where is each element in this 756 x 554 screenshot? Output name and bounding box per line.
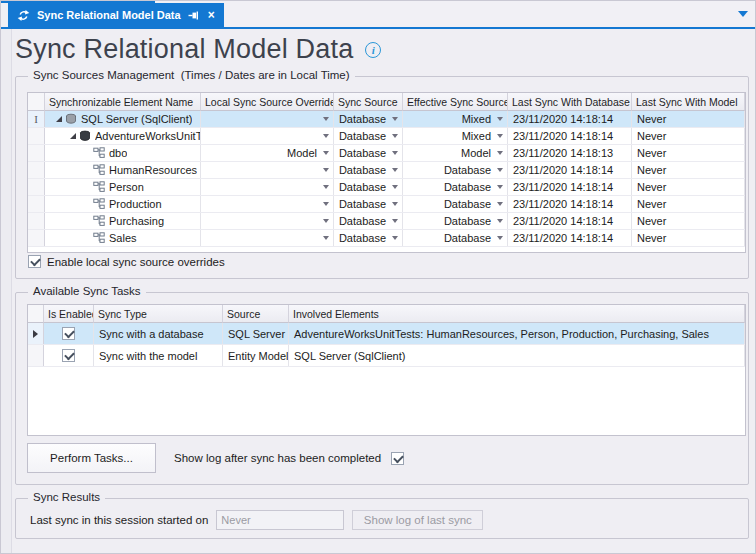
dropdown-arrow-icon (497, 185, 503, 189)
is-enabled-checkbox[interactable] (62, 349, 75, 362)
tab-list-dropdown-icon[interactable] (738, 11, 748, 17)
last-sync-db-cell: 23/11/2020 14:18:14 (508, 111, 632, 127)
effective-sync-source-value: Mixed (462, 113, 491, 125)
sync-type-cell: Sync with a database (94, 323, 223, 344)
expand-collapse-icon[interactable] (55, 115, 65, 123)
column-header-effective-sync-source[interactable]: Effective Sync Source (403, 93, 508, 111)
local-override-dropdown[interactable] (201, 162, 334, 178)
effective-sync-source-dropdown[interactable]: Database (403, 179, 508, 195)
dropdown-arrow-icon (323, 185, 329, 189)
sync-source-row[interactable]: ProductionDatabaseDatabase23/11/2020 14:… (28, 196, 745, 213)
sync-source-row[interactable]: SalesDatabaseDatabase23/11/2020 14:18:14… (28, 230, 745, 247)
element-name-cell[interactable]: dbo (45, 145, 201, 161)
left-gutter (1, 29, 12, 554)
element-name-cell[interactable]: HumanResources (45, 162, 201, 178)
sync-source-row[interactable]: PersonDatabaseDatabase23/11/2020 14:18:1… (28, 179, 745, 196)
sync-sources-grid-header: Synchronizable Element Name Local Sync S… (28, 93, 745, 111)
sync-source-dropdown[interactable]: Database (334, 230, 403, 246)
local-override-dropdown[interactable] (201, 111, 334, 127)
schema-icon (93, 232, 109, 244)
pin-icon[interactable] (188, 10, 199, 21)
sync-source-value: Database (339, 130, 386, 142)
dropdown-arrow-icon (392, 202, 398, 206)
effective-sync-source-dropdown[interactable]: Model (403, 145, 508, 161)
element-name-cell[interactable]: SQL Server (SqlClient) (45, 111, 201, 127)
effective-sync-source-value: Database (444, 164, 491, 176)
sync-source-dropdown[interactable]: Database (334, 162, 403, 178)
column-header-is-enabled[interactable]: Is Enabled (44, 305, 94, 323)
column-header-sync-type[interactable]: Sync Type (94, 305, 223, 323)
row-indicator-cell (28, 196, 45, 212)
element-name-cell[interactable]: Production (45, 196, 201, 212)
sync-icon (17, 9, 30, 22)
last-sync-model-cell: Never (632, 179, 745, 195)
expand-collapse-icon[interactable] (69, 132, 79, 140)
effective-sync-source-dropdown[interactable]: Database (403, 230, 508, 246)
column-header-involved-elements[interactable]: Involved Elements (289, 305, 745, 323)
sync-source-dropdown[interactable]: Database (334, 111, 403, 127)
is-enabled-cell[interactable] (44, 345, 94, 366)
local-override-dropdown[interactable] (201, 128, 334, 144)
show-log-of-last-sync-button[interactable]: Show log of last sync (352, 510, 483, 530)
dropdown-arrow-icon (392, 219, 398, 223)
column-header-local-override[interactable]: Local Sync Source Override (201, 93, 334, 111)
sync-task-row[interactable]: Sync with a databaseSQL ServerAdventureW… (28, 323, 745, 345)
dropdown-arrow-icon (497, 134, 503, 138)
dropdown-arrow-icon (497, 202, 503, 206)
enable-overrides-control[interactable]: Enable local sync source overrides (28, 255, 225, 268)
element-name-cell[interactable]: AdventureWorksUnitTests (45, 128, 201, 144)
column-header-element-name[interactable]: Synchronizable Element Name (45, 93, 201, 111)
local-override-dropdown[interactable] (201, 179, 334, 195)
sync-task-row[interactable]: Sync with the modelEntity ModelSQL Serve… (28, 345, 745, 367)
effective-sync-source-value: Mixed (462, 130, 491, 142)
column-header-sync-source[interactable]: Sync Source (334, 93, 403, 111)
effective-sync-source-dropdown[interactable]: Database (403, 196, 508, 212)
tab-sync-relational-model-data[interactable]: Sync Relational Model Data × (8, 3, 224, 27)
effective-sync-source-dropdown[interactable]: Mixed (403, 128, 508, 144)
sync-source-dropdown[interactable]: Database (334, 128, 403, 144)
sync-tasks-group-label: Available Sync Tasks (28, 285, 146, 297)
enable-overrides-checkbox[interactable] (28, 255, 41, 268)
last-sync-value-field[interactable] (216, 510, 344, 530)
close-icon[interactable]: × (208, 10, 215, 20)
show-log-after-sync-checkbox[interactable] (391, 452, 404, 465)
element-name-cell[interactable]: Sales (45, 230, 201, 246)
is-enabled-cell[interactable] (44, 323, 94, 344)
local-override-dropdown[interactable] (201, 213, 334, 229)
effective-sync-source-value: Database (444, 181, 491, 193)
element-name-label: dbo (109, 147, 127, 159)
sync-source-dropdown[interactable]: Database (334, 196, 403, 212)
local-override-dropdown[interactable] (201, 196, 334, 212)
schema-icon (93, 215, 109, 227)
is-enabled-checkbox[interactable] (62, 327, 75, 340)
sync-source-row[interactable]: ISQL Server (SqlClient)DatabaseMixed23/1… (28, 111, 745, 128)
column-header-last-sync-model[interactable]: Last Sync With Model (632, 93, 745, 111)
column-header-source[interactable]: Source (223, 305, 289, 323)
local-override-dropdown[interactable]: Model (201, 145, 334, 161)
sync-source-row[interactable]: PurchasingDatabaseDatabase23/11/2020 14:… (28, 213, 745, 230)
perform-tasks-button[interactable]: Perform Tasks... (27, 443, 156, 473)
row-indicator-cell (28, 323, 44, 344)
sync-source-row[interactable]: HumanResourcesDatabaseDatabase23/11/2020… (28, 162, 745, 179)
show-log-after-sync-label: Show log after sync has been completed (174, 452, 381, 464)
row-indicator-header (28, 93, 45, 111)
local-override-dropdown[interactable] (201, 230, 334, 246)
dropdown-arrow-icon (497, 117, 503, 121)
sync-source-dropdown[interactable]: Database (334, 213, 403, 229)
effective-sync-source-dropdown[interactable]: Mixed (403, 111, 508, 127)
element-name-label: AdventureWorksUnitTests (95, 130, 200, 142)
sync-source-row[interactable]: dboModelDatabaseModel23/11/2020 14:18:13… (28, 145, 745, 162)
effective-sync-source-dropdown[interactable]: Database (403, 162, 508, 178)
dropdown-arrow-icon (392, 117, 398, 121)
sync-source-dropdown[interactable]: Database (334, 179, 403, 195)
dropdown-arrow-icon (392, 185, 398, 189)
element-name-cell[interactable]: Person (45, 179, 201, 195)
sync-source-value: Database (339, 181, 386, 193)
sync-source-row[interactable]: AdventureWorksUnitTestsDatabaseMixed23/1… (28, 128, 745, 145)
info-icon[interactable]: i (365, 42, 381, 58)
sync-source-dropdown[interactable]: Database (334, 145, 403, 161)
sync-type-cell: Sync with the model (94, 345, 223, 366)
element-name-cell[interactable]: Purchasing (45, 213, 201, 229)
column-header-last-sync-db[interactable]: Last Sync With Database (508, 93, 632, 111)
effective-sync-source-dropdown[interactable]: Database (403, 213, 508, 229)
